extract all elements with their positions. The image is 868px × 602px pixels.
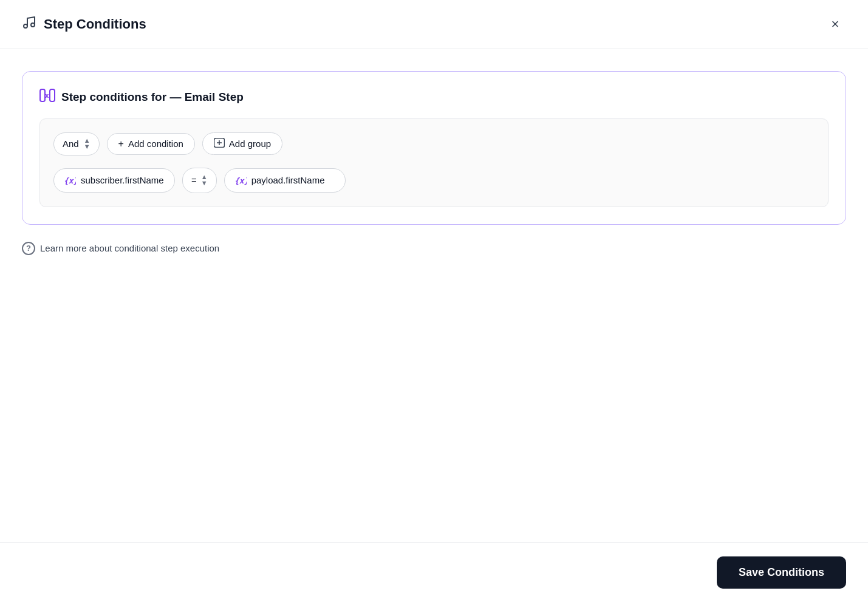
condition-row: {x} subscriber.firstName = ▲ ▼: [53, 168, 815, 193]
right-var-icon: {x}: [234, 175, 247, 186]
plus-icon: +: [118, 139, 124, 149]
updown-icon: ▲ ▼: [84, 138, 91, 150]
left-field[interactable]: {x} subscriber.firstName: [53, 168, 175, 193]
left-field-value: subscriber.firstName: [81, 175, 164, 185]
music-note-icon: [22, 15, 36, 33]
operator-updown-icon: ▲ ▼: [201, 174, 208, 186]
right-field-value: payload.firstName: [251, 175, 325, 185]
learn-more-text: Learn more about conditional step execut…: [40, 243, 219, 253]
and-label: And: [63, 139, 79, 149]
save-conditions-button[interactable]: Save Conditions: [717, 556, 846, 589]
card-title-row: x Step conditions for — Email Step: [39, 89, 829, 105]
card-title-text: Step conditions for — Email Step: [61, 91, 244, 104]
svg-rect-3: [50, 89, 55, 101]
modal-body: x Step conditions for — Email Step And ▲…: [0, 49, 868, 542]
svg-text:{x}: {x}: [64, 176, 76, 185]
svg-point-1: [31, 23, 35, 27]
condition-group: And ▲ ▼ + Add condition: [39, 118, 829, 207]
close-icon: ×: [832, 16, 839, 32]
card-bracket-icon: x: [39, 89, 55, 105]
operator-select[interactable]: = ▲ ▼: [182, 168, 217, 193]
svg-text:{x}: {x}: [234, 176, 247, 185]
learn-more-link[interactable]: ? Learn more about conditional step exec…: [22, 242, 846, 255]
condition-toolbar: And ▲ ▼ + Add condition: [53, 132, 815, 156]
conditions-card: x Step conditions for — Email Step And ▲…: [22, 71, 846, 225]
add-condition-button[interactable]: + Add condition: [107, 133, 195, 155]
modal-title: Step Conditions: [44, 16, 146, 32]
right-field[interactable]: {x} payload.firstName: [224, 168, 346, 193]
modal-container: Step Conditions × x Step conditions for …: [0, 0, 868, 602]
header-left: Step Conditions: [22, 15, 146, 33]
operator-value: =: [191, 175, 197, 185]
question-circle-icon: ?: [22, 242, 35, 255]
question-mark: ?: [26, 244, 31, 253]
svg-text:x: x: [45, 92, 49, 100]
left-var-icon: {x}: [64, 175, 76, 186]
close-button[interactable]: ×: [824, 13, 846, 35]
modal-footer: Save Conditions: [0, 542, 868, 602]
modal-header: Step Conditions ×: [0, 0, 868, 49]
save-conditions-label: Save Conditions: [739, 566, 824, 578]
svg-rect-2: [40, 89, 45, 101]
and-operator-select[interactable]: And ▲ ▼: [53, 132, 100, 156]
add-group-icon: [214, 138, 225, 149]
add-group-button[interactable]: Add group: [202, 132, 282, 155]
add-condition-label: Add condition: [128, 139, 183, 149]
add-group-label: Add group: [229, 139, 271, 149]
svg-point-0: [24, 24, 27, 28]
